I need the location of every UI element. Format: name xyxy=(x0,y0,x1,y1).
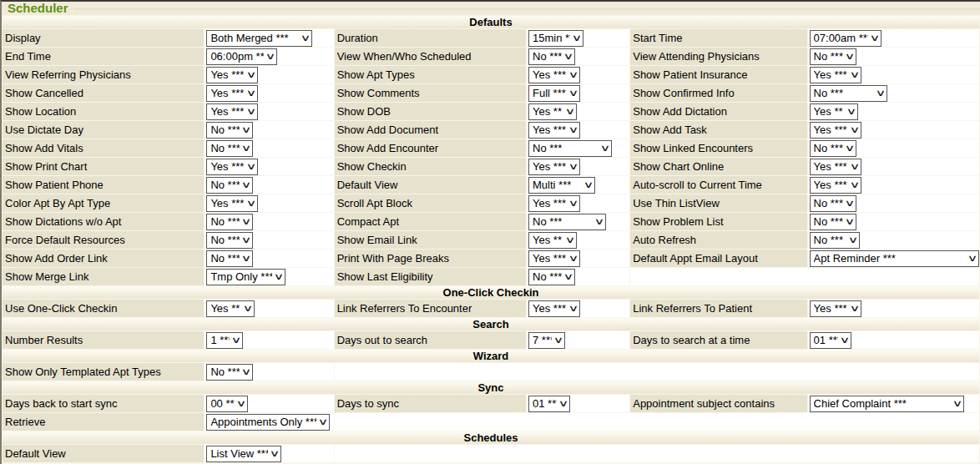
page-title: Scheduler xyxy=(2,2,68,15)
select-show-problem-list[interactable]: No ***∨ xyxy=(810,214,856,230)
field-label-show-patient-phone: Show Patient Phone xyxy=(3,176,204,194)
select-auto-refresh[interactable]: No ***∨ xyxy=(810,232,860,249)
chevron-down-icon: ∨ xyxy=(246,70,257,79)
select-show-dob[interactable]: Yes **∨ xyxy=(528,103,577,120)
select-show-confirmed-info[interactable]: No ***∨ xyxy=(810,85,887,102)
select-default-view[interactable]: Multi ***∨ xyxy=(528,177,595,194)
field-label-days-to-search-at-a-time: Days to search at a time xyxy=(630,331,806,349)
select-show-apt-types[interactable]: Yes ***∨ xyxy=(528,67,580,83)
select-link-referrers-to-encounter[interactable]: Yes ***∨ xyxy=(528,300,580,317)
field-label-number-results: Number Results xyxy=(3,331,204,349)
select-scroll-apt-block[interactable]: Yes ***∨ xyxy=(528,195,580,212)
select-days-to-sync[interactable]: 01 ***∨ xyxy=(528,396,570,412)
chevron-down-icon: ∨ xyxy=(849,304,860,313)
select-duration[interactable]: 15min ***∨ xyxy=(528,30,583,47)
field-label-default-view: Default View xyxy=(335,176,526,194)
select-link-referrers-to-patient[interactable]: Yes ***∨ xyxy=(810,300,861,317)
field-value-cell: Yes ***∨ xyxy=(205,66,333,83)
field-label-show-last-eligibility: Show Last Eligibility xyxy=(335,268,526,285)
select-view-when-who-scheduled[interactable]: No ***∨ xyxy=(528,48,575,65)
select-value: 01 *** xyxy=(533,397,557,410)
field-label-show-patient-insurance: Show Patient Insurance xyxy=(630,66,806,83)
select-color-apt-by-apt-type[interactable]: Yes ***∨ xyxy=(206,195,258,212)
select-force-default-resources[interactable]: No ***∨ xyxy=(206,232,253,249)
select-show-add-encounter[interactable]: No ***∨ xyxy=(528,140,612,157)
field-label-default-appt-email-layout: Default Appt Email Layout xyxy=(630,250,806,267)
field-value-cell: Yes ***∨ xyxy=(808,66,979,83)
select-use-one-click-checkin[interactable]: Yes **∨ xyxy=(206,300,255,317)
field-label-view-referring-physicians: View Referring Physicians xyxy=(3,66,204,83)
chevron-down-icon: ∨ xyxy=(236,399,247,408)
select-retrieve[interactable]: Appointments Only ***∨ xyxy=(206,414,330,431)
select-view-referring-physicians[interactable]: Yes ***∨ xyxy=(206,67,258,83)
select-show-merge-link[interactable]: Tmp Only ***∨ xyxy=(206,269,285,285)
select-start-time[interactable]: 07:00am ***∨ xyxy=(810,30,881,47)
select-show-cancelled[interactable]: Yes ***∨ xyxy=(206,85,258,102)
select-auto-scroll-to-current-time[interactable]: Yes ***∨ xyxy=(810,177,861,194)
select-show-dictations-w-o-apt[interactable]: No ***∨ xyxy=(206,214,253,230)
chevron-down-icon: ∨ xyxy=(869,33,880,43)
field-value-cell: Yes ***∨ xyxy=(527,158,629,175)
select-days-back-to-start-sync[interactable]: 00 ***∨ xyxy=(206,396,248,412)
field-label-color-apt-by-apt-type: Color Apt By Apt Type xyxy=(3,194,204,212)
select-show-add-vitals[interactable]: No ***∨ xyxy=(206,140,253,157)
field-label-show-comments: Show Comments xyxy=(335,84,526,102)
field-value-cell: Full ***∨ xyxy=(527,84,629,102)
select-show-add-task[interactable]: Yes ***∨ xyxy=(810,122,861,139)
select-show-patient-phone[interactable]: No ***∨ xyxy=(206,177,253,194)
select-appointment-subject-contains[interactable]: Chief Complaint ***∨ xyxy=(810,396,964,412)
field-label-retrieve: Retrieve xyxy=(3,413,204,431)
select-value: Yes *** xyxy=(533,124,566,136)
field-label-show-checkin: Show Checkin xyxy=(335,158,526,175)
select-compact-apt[interactable]: No ***∨ xyxy=(528,214,606,230)
settings-row: Default ViewList View ***∨ xyxy=(3,445,979,462)
select-days-to-search-at-a-time[interactable]: 01 ***∨ xyxy=(810,332,851,349)
select-value: 07:00am *** xyxy=(814,32,868,44)
select-value: No *** xyxy=(210,366,240,378)
select-show-print-chart[interactable]: Yes ***∨ xyxy=(206,159,258,175)
select-show-comments[interactable]: Full ***∨ xyxy=(528,85,580,102)
select-print-with-page-breaks[interactable]: Yes ***∨ xyxy=(528,250,580,267)
select-show-add-document[interactable]: Yes ***∨ xyxy=(528,122,580,139)
select-view-attending-physicians[interactable]: No ***∨ xyxy=(810,48,856,65)
chevron-down-icon: ∨ xyxy=(241,125,252,134)
select-value: Yes ** xyxy=(533,105,562,118)
select-show-add-dictation[interactable]: Yes **∨ xyxy=(810,103,858,120)
field-value-cell: No ***∨ xyxy=(808,48,979,65)
select-show-linked-encounters[interactable]: No ***∨ xyxy=(810,140,856,157)
select-show-email-link[interactable]: Yes **∨ xyxy=(528,232,577,249)
select-use-thin-listview[interactable]: No ***∨ xyxy=(810,195,856,212)
select-show-patient-insurance[interactable]: Yes ***∨ xyxy=(810,67,861,83)
field-label-show-linked-encounters: Show Linked Encounters xyxy=(630,139,806,157)
select-days-out-to-search[interactable]: 7 ***∨ xyxy=(528,332,565,349)
settings-row: Days back to start sync00 ***∨Days to sy… xyxy=(3,395,979,412)
settings-table: DefaultsDisplayBoth Merged ***∨Duration1… xyxy=(2,15,980,463)
chevron-down-icon: ∨ xyxy=(568,162,579,171)
settings-row: Show Dictations w/o AptNo ***∨Compact Ap… xyxy=(3,213,979,230)
select-use-dictate-day[interactable]: No ***∨ xyxy=(206,122,253,139)
chevron-down-icon: ∨ xyxy=(568,88,579,98)
select-show-location[interactable]: Yes ***∨ xyxy=(206,103,258,120)
select-default-appt-email-layout[interactable]: Apt Reminder ***∨ xyxy=(810,250,979,267)
field-label-link-referrers-to-patient: Link Referrers To Patient xyxy=(630,300,806,317)
field-value-cell: No ***∨ xyxy=(808,84,979,102)
select-value: No *** xyxy=(210,124,240,136)
select-show-last-eligibility[interactable]: No ***∨ xyxy=(528,269,575,285)
field-value-cell: Both Merged ***∨ xyxy=(205,29,333,47)
select-show-chart-online[interactable]: Yes ***∨ xyxy=(810,159,861,175)
select-value: 15min *** xyxy=(533,32,570,44)
field-value-cell: No ***∨ xyxy=(527,213,629,230)
field-label-show-add-order-link: Show Add Order Link xyxy=(3,250,204,267)
select-end-time[interactable]: 06:00pm ***∨ xyxy=(206,48,277,65)
field-label-show-apt-types: Show Apt Types xyxy=(335,66,526,83)
select-show-only-templated-apt-types[interactable]: No ***∨ xyxy=(206,364,253,381)
field-value-cell: Yes **∨ xyxy=(205,300,333,317)
select-show-add-order-link[interactable]: No ***∨ xyxy=(206,250,253,267)
select-display[interactable]: Both Merged ***∨ xyxy=(206,30,312,47)
field-label-show-print-chart: Show Print Chart xyxy=(3,158,204,175)
select-value: Yes *** xyxy=(533,252,566,265)
select-number-results[interactable]: 1 ***∨ xyxy=(206,332,243,349)
select-default-view[interactable]: List View ***∨ xyxy=(206,446,281,462)
settings-row: Color Apt By Apt TypeYes ***∨Scroll Apt … xyxy=(3,194,979,212)
select-show-checkin[interactable]: Yes ***∨ xyxy=(528,159,580,175)
